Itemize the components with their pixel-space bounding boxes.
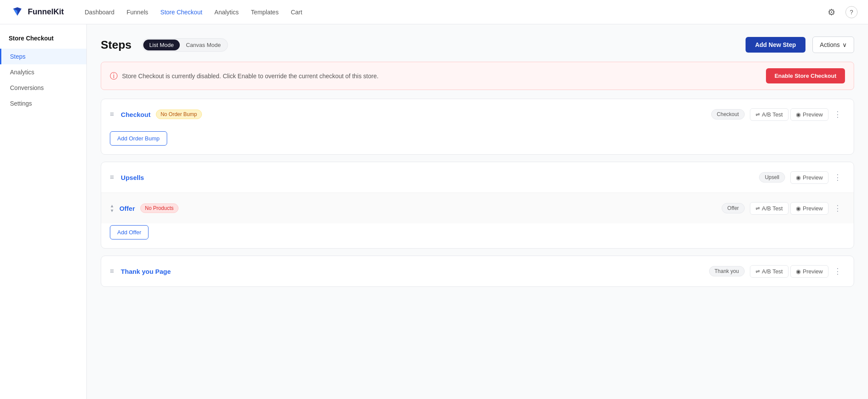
nav-store-checkout[interactable]: Store Checkout [160,9,202,16]
checkout-preview-button[interactable]: ◉ Preview [790,108,828,121]
top-nav: FunnelKit Dashboard Funnels Store Checko… [0,0,868,24]
actions-button[interactable]: Actions ∨ [812,37,854,53]
nav-analytics[interactable]: Analytics [215,9,239,16]
alert-left: ⓘ Store Checkout is currently disabled. … [110,71,379,81]
ab-icon: ⇌ [756,268,760,274]
thank-you-actions: ⇌ A/B Test ◉ Preview ⋮ [750,264,845,279]
ab-icon: ⇌ [756,205,760,211]
thank-you-row: ≡ Thank you Page Thank you ⇌ A/B Test ◉ … [101,256,854,286]
upsells-card: ≡ Upsells Upsell ◉ Preview ⋮ ▲ ▼ [101,162,854,249]
alert-message: Store Checkout is currently disabled. Cl… [122,73,379,80]
checkout-name[interactable]: Checkout [121,111,150,118]
checkout-type: Checkout [711,109,745,120]
drag-icon: ≡ [110,110,114,118]
settings-icon[interactable]: ⚙ [825,5,838,19]
drag-icon-thank-you: ≡ [110,267,114,275]
nav-templates[interactable]: Templates [251,9,279,16]
sidebar-item-steps[interactable]: Steps [0,49,86,64]
main-header: Steps List Mode Canvas Mode Add New Step… [101,37,854,53]
thank-you-ab-test-button[interactable]: ⇌ A/B Test [750,265,789,278]
add-new-step-button[interactable]: Add New Step [746,37,805,53]
page-title: Steps [101,38,132,52]
upsells-more-button[interactable]: ⋮ [830,170,845,185]
upsells-type: Upsell [759,172,785,183]
logo-text: FunnelKit [28,7,64,17]
checkout-badge: No Order Bump [156,110,202,119]
nav-dashboard[interactable]: Dashboard [85,9,115,16]
main-content: Steps List Mode Canvas Mode Add New Step… [87,24,868,399]
add-order-bump-button[interactable]: Add Order Bump [110,131,167,146]
offer-ab-test-button[interactable]: ⇌ A/B Test [750,202,789,215]
checkout-more-button[interactable]: ⋮ [830,107,845,122]
thank-you-type: Thank you [709,266,745,276]
offer-preview-button[interactable]: ◉ Preview [790,202,828,215]
alert-info-icon: ⓘ [110,71,118,81]
upsells-preview-button[interactable]: ◉ Preview [790,171,828,184]
logo[interactable]: FunnelKit [10,5,64,19]
nav-links: Dashboard Funnels Store Checkout Analyti… [85,9,811,16]
checkout-actions: ⇌ A/B Test ◉ Preview ⋮ [750,107,845,122]
drag-icon-upsells: ≡ [110,173,114,181]
sidebar-item-settings[interactable]: Settings [0,96,86,111]
upsells-actions: ◉ Preview ⋮ [790,170,845,185]
offer-badge: No Products [140,203,178,213]
alert-banner: ⓘ Store Checkout is currently disabled. … [101,62,854,90]
thank-you-card: ≡ Thank you Page Thank you ⇌ A/B Test ◉ … [101,256,854,287]
thank-you-more-button[interactable]: ⋮ [830,264,845,279]
thank-you-name[interactable]: Thank you Page [121,268,171,275]
sidebar-item-conversions[interactable]: Conversions [0,80,86,96]
nav-funnels[interactable]: Funnels [127,9,149,16]
eye-icon: ◉ [796,205,801,212]
upsells-name[interactable]: Upsells [121,174,144,181]
checkout-row: ≡ Checkout No Order Bump Checkout ⇌ A/B … [101,99,854,130]
eye-icon: ◉ [796,174,801,181]
sidebar-item-analytics[interactable]: Analytics [0,64,86,80]
list-mode-btn[interactable]: List Mode [143,40,180,50]
offer-name[interactable]: Offer [119,205,135,212]
offer-actions: ⇌ A/B Test ◉ Preview ⋮ [750,201,845,216]
canvas-mode-btn[interactable]: Canvas Mode [180,40,227,50]
nav-right: ⚙ ? [825,5,858,19]
checkout-card: ≡ Checkout No Order Bump Checkout ⇌ A/B … [101,99,854,155]
sidebar: Store Checkout Steps Analytics Conversio… [0,24,87,399]
add-offer-button[interactable]: Add Offer [110,225,149,239]
sidebar-title: Store Checkout [0,35,86,49]
offer-more-button[interactable]: ⋮ [830,201,845,216]
eye-icon: ◉ [796,111,801,118]
eye-icon: ◉ [796,268,801,275]
help-icon[interactable]: ? [845,6,858,18]
upsells-sub: Add Offer [101,223,854,248]
mode-toggle: List Mode Canvas Mode [142,38,228,52]
ab-icon: ⇌ [756,111,760,117]
offer-type: Offer [722,203,744,213]
chevron-down-icon: ∨ [842,41,847,48]
checkout-ab-test-button[interactable]: ⇌ A/B Test [750,108,789,121]
checkout-sub: Add Order Bump [101,130,854,154]
thank-you-preview-button[interactable]: ◉ Preview [790,265,828,278]
nav-cart[interactable]: Cart [291,9,302,16]
upsells-row: ≡ Upsells Upsell ◉ Preview ⋮ [101,162,854,193]
offer-row: ▲ ▼ Offer No Products Offer ⇌ A/B Test ◉… [101,193,854,223]
updown-icon[interactable]: ▲ ▼ [110,204,114,213]
layout: Store Checkout Steps Analytics Conversio… [0,24,868,399]
enable-store-checkout-button[interactable]: Enable Store Checkout [766,68,845,83]
